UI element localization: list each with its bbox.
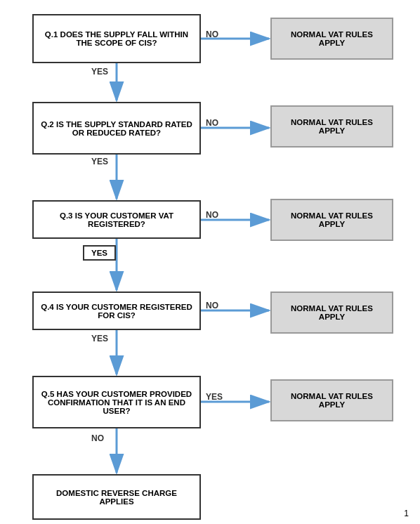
question-box-4: Q.4 IS YOUR CUSTOMER REGISTERED FOR CIS? bbox=[32, 292, 201, 330]
answer-box-1: NORMAL VAT RULES APPLY bbox=[270, 18, 393, 60]
no-label-1: NO bbox=[206, 30, 218, 39]
final-box: DOMESTIC REVERSE CHARGE APPLIES bbox=[32, 474, 201, 520]
question-box-1: Q.1 DOES THE SUPPLY FALL WITHIN THE SCOP… bbox=[32, 14, 201, 63]
question-box-2: Q.2 IS THE SUPPLY STANDARD RATED OR REDU… bbox=[32, 102, 201, 155]
yes-label-1: YES bbox=[91, 67, 108, 77]
yes-label-2: YES bbox=[91, 157, 108, 166]
yes-box-q3: YES bbox=[83, 245, 116, 261]
answer-box-2: NORMAL VAT RULES APPLY bbox=[270, 105, 393, 148]
arrows-svg bbox=[0, 0, 420, 524]
question-box-3: Q.3 IS YOUR CUSTOMER VAT REGISTERED? bbox=[32, 200, 201, 239]
yes-label-5: YES bbox=[206, 392, 223, 402]
answer-box-5: NORMAL VAT RULES APPLY bbox=[270, 379, 393, 421]
no-label-5: NO bbox=[91, 433, 104, 443]
flowchart: Q.1 DOES THE SUPPLY FALL WITHIN THE SCOP… bbox=[0, 0, 420, 524]
no-label-2: NO bbox=[206, 118, 218, 128]
no-label-3: NO bbox=[206, 210, 218, 220]
no-label-4: NO bbox=[206, 301, 218, 310]
yes-label-4: YES bbox=[91, 334, 108, 343]
answer-box-4: NORMAL VAT RULES APPLY bbox=[270, 292, 393, 334]
answer-box-3: NORMAL VAT RULES APPLY bbox=[270, 199, 393, 241]
page-number: 1 bbox=[404, 509, 409, 518]
question-box-5: Q.5 HAS YOUR CUSTOMER PROVIDED CONFIRMAT… bbox=[32, 376, 201, 428]
